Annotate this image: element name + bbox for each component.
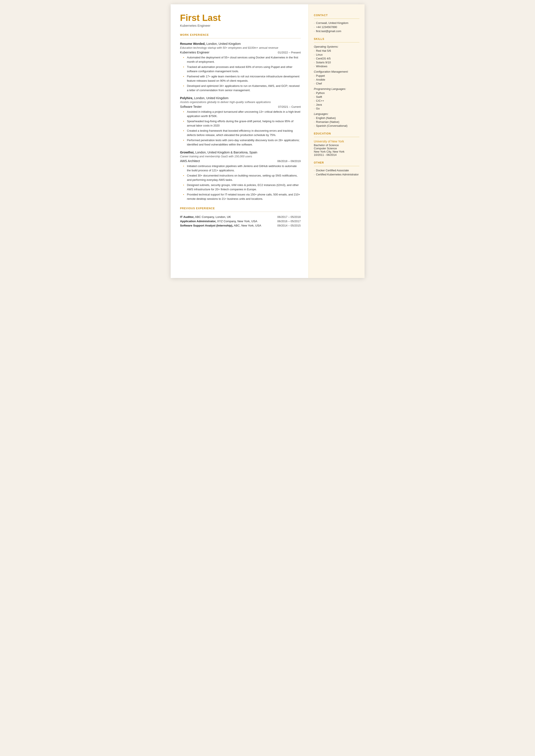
education-section: EDUCATION University of New YorkBachelor…	[314, 132, 359, 156]
skill-item: Romanian (Native)	[314, 120, 359, 124]
skill-item: Spanish (Conversational)	[314, 124, 359, 127]
bullet-list-1: Assisted in initiating a project turnaro…	[180, 110, 301, 147]
company-desc-0: Education technology startup with 50+ em…	[180, 46, 301, 49]
job-dates-1: 07/2021 – Current	[278, 105, 301, 108]
bullet-item: Automated the deployment of 55+ cloud se…	[184, 55, 301, 64]
bullet-item: Designed subnets, security groups, IAM r…	[184, 183, 301, 191]
prev-exp-left-2: Software Support Analyst (Internship), A…	[180, 224, 261, 227]
bullet-item: Performed penetration tests with zero-da…	[184, 138, 301, 147]
company-location-2: London, United Kingdom & Barcelona, Spai…	[194, 151, 257, 154]
skills-category-0: Operating Systems:	[314, 45, 359, 48]
contact-container: Cornwall, United Kingdom+44 1234567890fi…	[314, 21, 359, 33]
prev-exp-row-1: Application Administrator, XYZ Company, …	[180, 220, 301, 223]
bullet-item: Created 30+ documented instructions on b…	[184, 174, 301, 182]
job-title-0: Kubernetes Engineer	[180, 51, 210, 54]
work-entry-1: Polyhire, London, United KingdomAssists …	[180, 96, 301, 147]
skills-category-3: Languages:	[314, 112, 359, 116]
company-location-1: London, United Kingdom	[193, 96, 229, 100]
prev-exp-dates-0: 06/2017 – 05/2018	[277, 215, 300, 218]
prev-exp-left-1: Application Administrator, XYZ Company, …	[180, 220, 258, 223]
bullet-item: Provided technical support for IT-relate…	[184, 192, 301, 201]
bullet-item: Spearheaded bug-fixing efforts during th…	[184, 119, 301, 127]
edu-institution-0: University of New York	[314, 140, 359, 143]
job-title-1: Software Tester	[180, 105, 202, 108]
resume-page: First Last Kubernetes Engineer WORK EXPE…	[171, 4, 365, 278]
prev-exp-dates-1: 06/2016 – 05/2017	[277, 220, 300, 223]
skill-item: C/C++	[314, 99, 359, 102]
skill-item: Solaris 9/10	[314, 61, 359, 64]
bullet-item: Created a testing framework that boosted…	[184, 129, 301, 137]
skill-item: Linux	[314, 53, 359, 56]
contact-item-1: +44 1234567890	[314, 25, 359, 29]
job-row-0: Kubernetes Engineer01/2022 – Present	[180, 51, 301, 54]
company-desc-2: Career training and membership SaaS with…	[180, 155, 301, 158]
edu-location-0: New York City, New York	[314, 150, 359, 153]
other-label: OTHER	[314, 161, 359, 164]
company-line-1: Polyhire, London, United Kingdom	[180, 96, 301, 100]
education-label: EDUCATION	[314, 132, 359, 135]
company-name-0: Resume Worded,	[180, 42, 206, 45]
bullet-list-0: Automated the deployment of 55+ cloud se…	[180, 55, 301, 92]
skills-category-2: Programming Languages:	[314, 87, 359, 91]
job-dates-2: 06/2018 – 09/2019	[277, 159, 300, 163]
previous-experience-divider	[180, 211, 301, 212]
left-column: First Last Kubernetes Engineer WORK EXPE…	[171, 4, 309, 278]
bullet-item: Initiated continuous integration pipelin…	[184, 164, 301, 172]
skill-item: Ansible	[314, 78, 359, 81]
prev-exp-row-2: Software Support Analyst (Internship), A…	[180, 224, 301, 227]
job-title-2: AWS Architect	[180, 159, 200, 163]
company-desc-1: Assists organizations globally to delive…	[180, 100, 301, 104]
work-entry-2: Growthsi, London, United Kingdom & Barce…	[180, 151, 301, 201]
company-line-0: Resume Worded, London, United Kingdom	[180, 42, 301, 46]
job-row-2: AWS Architect06/2018 – 09/2019	[180, 159, 301, 163]
bullet-list-2: Initiated continuous integration pipelin…	[180, 164, 301, 201]
edu-degree-0: Bachelor of Science	[314, 144, 359, 147]
previous-experience-section-title: PREVIOUS EXPERIENCE	[180, 207, 301, 210]
bullet-item: Tracked all automation processes and red…	[184, 65, 301, 73]
skill-item: Chef	[314, 82, 359, 85]
prev-exp-dates-2: 09/2014 – 05/2015	[277, 224, 300, 227]
skill-item: Java	[314, 103, 359, 106]
skills-container: Operating Systems:Red Hat 5/6LinuxCentOS…	[314, 45, 359, 127]
skill-item: Windows	[314, 65, 359, 68]
contact-item-2: first.last@gmail.com	[314, 30, 359, 33]
skills-category-1: Configuration Management:	[314, 70, 359, 73]
skill-item: Go	[314, 107, 359, 110]
job-row-1: Software Tester07/2021 – Current	[180, 105, 301, 108]
work-experience-container: Resume Worded, London, United KingdomEdu…	[180, 42, 301, 201]
skill-item: English (Native)	[314, 116, 359, 120]
contact-divider	[314, 18, 359, 19]
right-column: CONTACT Cornwall, United Kingdom+44 1234…	[309, 4, 365, 278]
contact-item-0: Cornwall, United Kingdom	[314, 21, 359, 25]
education-container: University of New YorkBachelor of Scienc…	[314, 140, 359, 156]
skill-item: Red Hat 5/6	[314, 49, 359, 52]
prev-exp-left-0: IT Auditor, ABC Company, London, UK	[180, 215, 231, 218]
edu-field-0: Computer Science	[314, 147, 359, 150]
other-item-0: Docker Certified Associate	[314, 169, 359, 172]
job-dates-0: 01/2022 – Present	[278, 51, 300, 54]
candidate-title: Kubernetes Engineer	[180, 24, 301, 27]
bullet-item: Assisted in initiating a project turnaro…	[184, 110, 301, 118]
other-section: OTHER Docker Certified AssociateCertifie…	[314, 161, 359, 176]
education-divider	[314, 137, 359, 137]
candidate-name: First Last	[180, 13, 301, 23]
skills-section: SKILLS Operating Systems:Red Hat 5/6Linu…	[314, 38, 359, 127]
other-container: Docker Certified AssociateCertified Kube…	[314, 169, 359, 176]
edu-dates-0: 10/2011 - 06/2014	[314, 153, 359, 156]
bullet-item: Partnered with 17+ agile team members to…	[184, 74, 301, 83]
prev-exp-row-0: IT Auditor, ABC Company, London, UK06/20…	[180, 215, 301, 218]
contact-section: CONTACT Cornwall, United Kingdom+44 1234…	[314, 14, 359, 33]
company-name-1: Polyhire,	[180, 96, 193, 100]
other-item-1: Certified Kubernetes Administrator	[314, 173, 359, 176]
work-entry-0: Resume Worded, London, United KingdomEdu…	[180, 42, 301, 92]
bullet-item: Developed and optimized 34+ applications…	[184, 84, 301, 92]
skills-label: SKILLS	[314, 38, 359, 41]
company-line-2: Growthsi, London, United Kingdom & Barce…	[180, 151, 301, 154]
work-experience-section-title: WORK EXPERIENCE	[180, 33, 301, 37]
skill-item: Puppet	[314, 74, 359, 77]
contact-label: CONTACT	[314, 14, 359, 17]
skill-item: CentOS 4/5	[314, 57, 359, 60]
skill-item: Python	[314, 91, 359, 95]
skill-item: Swift	[314, 95, 359, 98]
company-name-2: Growthsi,	[180, 151, 195, 154]
